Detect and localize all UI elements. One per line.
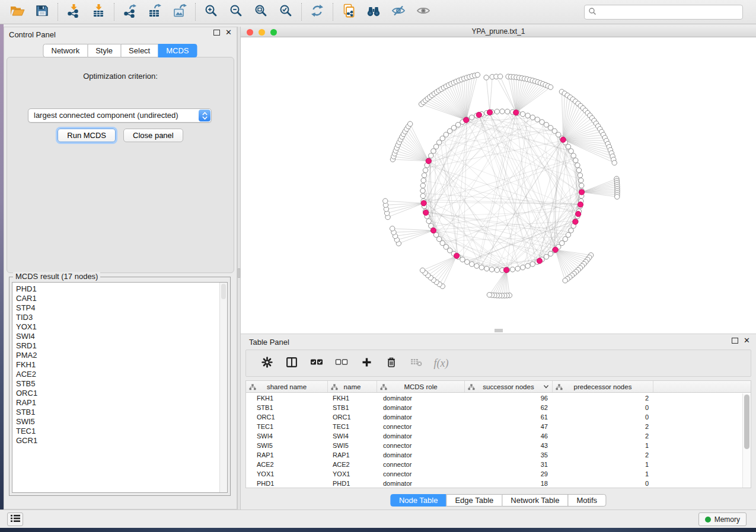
table-row[interactable]: SWI5SWI5connector431 — [246, 441, 742, 450]
optimization-criterion-select[interactable]: largest connected component (undirected) — [28, 108, 212, 123]
cell-predecessor-nodes: 2 — [553, 423, 653, 430]
function-builder-button[interactable]: f(x) — [433, 355, 449, 371]
export-network-button[interactable] — [117, 1, 142, 23]
network-graph[interactable] — [241, 37, 756, 334]
column-header-predecessor-nodes[interactable]: predecessor nodes — [553, 381, 653, 392]
cell-successor-nodes: 46 — [465, 432, 553, 440]
list-item[interactable]: YOX1 — [16, 322, 227, 332]
list-scrollbar[interactable] — [219, 283, 227, 492]
list-item[interactable]: PHD1 — [16, 284, 227, 294]
float-panel-icon[interactable] — [213, 30, 220, 36]
plus-icon — [362, 357, 372, 370]
first-neighbors-button[interactable] — [361, 1, 386, 23]
refresh-button[interactable] — [305, 1, 330, 23]
mcds-result-list[interactable]: PHD1CAR1STP4TID3YOX1SWI4SRD1PMA2FKH1ACE2… — [12, 282, 228, 493]
list-item[interactable]: SWI4 — [16, 332, 227, 341]
table-row[interactable]: YOX1YOX1connector291 — [246, 469, 742, 479]
list-item[interactable]: SRD1 — [16, 341, 227, 351]
import-table-button[interactable] — [86, 1, 111, 23]
show-column-panel-button[interactable] — [284, 355, 299, 371]
list-item[interactable]: GCR1 — [16, 436, 227, 446]
list-item[interactable]: STB1 — [16, 408, 227, 417]
mcds-result-groupbox: MCDS result (17 nodes) PHD1CAR1STP4TID3Y… — [9, 277, 231, 496]
column-header-MCDS-role[interactable]: MCDS role — [377, 381, 465, 392]
zoom-out-button[interactable] — [224, 1, 248, 23]
add-row-button[interactable] — [359, 355, 374, 371]
close-panel-icon[interactable]: ✕ — [225, 30, 232, 36]
tab-node-table[interactable]: Node Table — [390, 494, 447, 507]
zoom-fit-button[interactable] — [248, 1, 273, 23]
table-scrollbar-thumb[interactable] — [744, 395, 749, 449]
memory-button[interactable]: Memory — [698, 512, 747, 526]
show-all-button[interactable] — [411, 1, 436, 23]
open-file-button[interactable] — [5, 1, 30, 23]
tab-mcds[interactable]: MCDS — [158, 44, 197, 57]
table-row[interactable]: FKH1FKH1dominator962 — [246, 393, 742, 403]
cell-name: TEC1 — [328, 423, 377, 430]
cell-shared-name: FKH1 — [246, 395, 328, 402]
network-canvas[interactable] — [241, 37, 756, 334]
maximize-window-icon[interactable] — [270, 29, 277, 36]
column-header-name[interactable]: name — [328, 381, 377, 392]
network-window-titlebar[interactable]: YPA_prune.txt_1 — [241, 27, 756, 37]
clear-table-button[interactable] — [409, 355, 424, 371]
table-row[interactable]: ORC1ORC1dominator610 — [246, 412, 742, 422]
run-mcds-button[interactable]: Run MCDS — [58, 129, 116, 142]
table-row[interactable]: TEC1TEC1connector472 — [246, 422, 742, 431]
cell-predecessor-nodes: 1 — [553, 442, 653, 449]
list-item[interactable]: FKH1 — [16, 360, 227, 370]
column-header-shared-name[interactable]: shared name — [246, 381, 328, 392]
delete-row-button[interactable] — [384, 355, 399, 371]
optimization-criterion-label: Optimization criterion: — [7, 72, 234, 81]
select-all-button[interactable] — [309, 355, 324, 371]
list-item[interactable]: TID3 — [16, 313, 227, 322]
save-session-button[interactable] — [30, 1, 55, 23]
list-item[interactable]: SWI5 — [16, 417, 227, 427]
clone-network-button[interactable] — [336, 1, 361, 23]
table-row[interactable]: RAP1RAP1dominator352 — [246, 450, 742, 460]
table-scrollbar[interactable] — [742, 393, 751, 488]
export-image-button[interactable] — [167, 1, 192, 23]
deselect-all-button[interactable] — [334, 355, 349, 371]
list-item[interactable]: ORC1 — [16, 389, 227, 398]
list-item[interactable]: ACE2 — [16, 370, 227, 379]
list-item[interactable]: RAP1 — [16, 398, 227, 408]
eye-slash-icon — [391, 4, 406, 20]
minimize-window-icon[interactable] — [259, 29, 265, 36]
table-row[interactable]: STB1STB1dominator620 — [246, 403, 742, 412]
splitter-grip[interactable] — [238, 268, 240, 278]
control-panel: Control Panel ✕ NetworkStyleSelectMCDS O… — [4, 27, 237, 509]
list-item[interactable]: STB5 — [16, 379, 227, 389]
float-panel-icon[interactable] — [732, 338, 738, 344]
zoom-selected-button[interactable] — [273, 1, 298, 23]
list-item[interactable]: PMA2 — [16, 351, 227, 360]
tab-motifs[interactable]: Motifs — [567, 494, 606, 507]
list-item[interactable]: STP4 — [16, 303, 227, 313]
close-window-icon[interactable] — [247, 29, 253, 36]
table-row[interactable]: ACE2ACE2connector311 — [246, 460, 742, 469]
close-panel-icon[interactable]: ✕ — [744, 338, 750, 344]
tab-select[interactable]: Select — [120, 44, 158, 57]
table-row[interactable]: PHD1PHD1dominator180 — [246, 479, 742, 488]
table-row[interactable]: SWI4SWI4dominator462 — [246, 431, 742, 441]
list-item[interactable]: CAR1 — [16, 294, 227, 303]
import-network-button[interactable] — [61, 1, 86, 23]
tab-network-table[interactable]: Network Table — [502, 494, 568, 507]
column-header-successor-nodes[interactable]: successor nodes — [465, 381, 553, 392]
cell-predecessor-nodes: 2 — [553, 432, 653, 440]
export-table-button[interactable] — [142, 1, 167, 23]
zoom-in-button[interactable] — [199, 1, 224, 23]
canvas-hscroll-thumb[interactable] — [495, 329, 503, 332]
tab-edge-table[interactable]: Edge Table — [446, 494, 502, 507]
list-item[interactable]: TEC1 — [16, 427, 227, 436]
hide-selected-button[interactable] — [386, 1, 411, 23]
cell-predecessor-nodes: 0 — [553, 404, 653, 411]
close-panel-button[interactable]: Close panel — [123, 129, 183, 142]
tab-style[interactable]: Style — [87, 44, 121, 57]
cell-name: ACE2 — [328, 461, 377, 468]
table-settings-button[interactable] — [259, 355, 275, 371]
search-input[interactable] — [599, 8, 739, 17]
control-panel-tabs: NetworkStyleSelectMCDS — [43, 44, 197, 57]
tab-network[interactable]: Network — [43, 44, 88, 57]
task-history-button[interactable] — [7, 512, 23, 526]
